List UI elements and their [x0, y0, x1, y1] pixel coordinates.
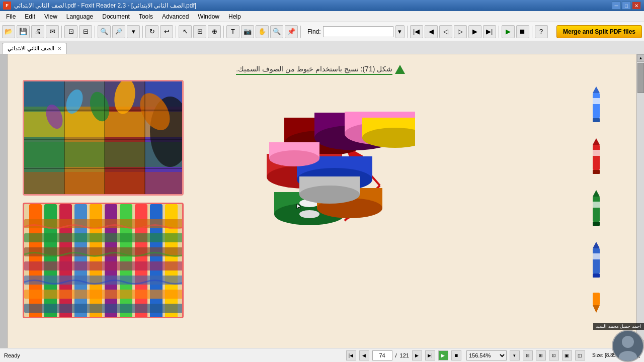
weaving-image-2 — [23, 203, 184, 318]
merge-split-btn[interactable]: Merge and Split PDF files — [556, 25, 642, 38]
view-mode-3[interactable]: ⊡ — [549, 350, 559, 360]
find-input[interactable] — [323, 26, 393, 37]
stop-status-btn[interactable]: ⏹ — [451, 350, 461, 360]
prev-btn2[interactable]: ◁ — [439, 25, 452, 38]
svg-rect-83 — [593, 202, 600, 208]
select-btn[interactable]: ↖ — [179, 25, 192, 38]
fullscreen-btn[interactable]: ⊞ — [193, 25, 206, 38]
prev-page-status-btn[interactable]: ◀ — [359, 350, 369, 360]
crayon-red — [589, 137, 604, 177]
menu-help[interactable]: Help — [224, 12, 245, 21]
fit-width-btn[interactable]: ⊟ — [79, 25, 92, 38]
prev-page-btn[interactable]: ◀ — [425, 25, 438, 38]
play-status-btn[interactable]: ▶ — [438, 350, 448, 360]
close-btn[interactable]: ✕ — [632, 2, 641, 10]
sep1 — [61, 26, 62, 38]
title-bar: F الصف الثاني الابتدائي.pdf - Foxit Read… — [0, 0, 644, 11]
menu-document[interactable]: Document — [98, 12, 134, 21]
crayon-blue-bottom — [589, 241, 604, 281]
svg-rect-77 — [593, 118, 600, 122]
view-mode-2[interactable]: ⊞ — [536, 350, 546, 360]
last-page-btn[interactable]: ▶| — [483, 25, 496, 38]
annot-btn[interactable]: 📌 — [285, 25, 298, 38]
camera-btn[interactable]: 📷 — [241, 25, 254, 38]
menu-file[interactable]: File — [2, 12, 20, 21]
scrollbar[interactable]: ▲ ▼ — [636, 54, 644, 348]
title-bar-left: F الصف الثاني الابتدائي.pdf - Foxit Read… — [3, 2, 196, 10]
tab-document[interactable]: الصف الثاني الابتدائي ✕ — [2, 43, 67, 54]
app-icon: F — [3, 2, 11, 10]
sep8 — [499, 26, 499, 38]
view-mode-4[interactable]: ▣ — [562, 350, 572, 360]
scroll-up-btn[interactable]: ▲ — [637, 54, 644, 62]
zoom-out-btn[interactable]: 🔎 — [112, 25, 125, 38]
hand-btn[interactable]: ✋ — [256, 25, 269, 38]
sep9 — [532, 26, 532, 38]
save-btn[interactable]: 💾 — [17, 25, 30, 38]
first-page-status-btn[interactable]: |◀ — [346, 350, 356, 360]
view-mode-1[interactable]: ⊟ — [523, 350, 533, 360]
rotate-btn[interactable]: ↻ — [145, 25, 158, 38]
marquee-btn[interactable]: ⊕ — [208, 25, 221, 38]
svg-rect-87 — [593, 253, 600, 259]
svg-marker-84 — [593, 190, 600, 197]
zoom-in-btn[interactable]: 🔍 — [98, 25, 111, 38]
rotate2-btn[interactable]: ↩ — [160, 25, 173, 38]
minimize-btn[interactable]: ─ — [612, 2, 621, 10]
stop-btn[interactable]: ⏹ — [516, 25, 529, 38]
zoom-dropdown-btn[interactable]: ▾ — [510, 350, 520, 360]
svg-point-70 — [299, 186, 360, 204]
page-header: شكل (71): نسيج باستخدام خيوط من الصوف ال… — [23, 64, 621, 75]
title-bar-controls[interactable]: ─ □ ✕ — [612, 2, 641, 10]
first-page-btn[interactable]: |◀ — [410, 25, 423, 38]
menu-advanced[interactable]: Advanced — [158, 12, 193, 21]
help-btn[interactable]: ? — [535, 25, 548, 38]
loupe-btn[interactable]: 🔍 — [270, 25, 283, 38]
menu-window[interactable]: Window — [194, 12, 223, 21]
svg-rect-78 — [593, 145, 600, 170]
menu-tools[interactable]: Tools — [135, 12, 157, 21]
print-btn[interactable]: 🖨 — [31, 25, 44, 38]
svg-rect-74 — [593, 93, 600, 118]
next-page-btn[interactable]: ▶ — [468, 25, 481, 38]
svg-rect-81 — [593, 170, 600, 174]
svg-rect-82 — [593, 197, 600, 222]
scroll-thumb[interactable] — [637, 63, 644, 93]
zoom-dropdown[interactable]: ▾ — [127, 25, 140, 38]
next-btn2[interactable]: ▷ — [454, 25, 467, 38]
svg-marker-76 — [593, 86, 600, 93]
svg-rect-35 — [24, 261, 184, 270]
tab-close-btn[interactable]: ✕ — [57, 46, 61, 51]
play-btn[interactable]: ▶ — [502, 25, 515, 38]
pdf-page: شكل (71): نسيج باستخدام خيوط من الصوف ال… — [8, 54, 636, 348]
text-btn[interactable]: T — [226, 25, 239, 38]
page-total: 121 — [400, 352, 409, 358]
email-btn[interactable]: ✉ — [46, 25, 59, 38]
last-page-status-btn[interactable]: ▶| — [425, 350, 435, 360]
page-number-input[interactable] — [372, 350, 392, 360]
zoom-select[interactable]: 156.54% 100% 75% 50% — [466, 350, 507, 360]
sep5 — [223, 26, 224, 38]
menu-view[interactable]: View — [40, 12, 61, 21]
svg-point-64 — [299, 210, 319, 218]
find-area: Find: ▾ — [307, 25, 405, 38]
view-mode-5[interactable]: ◫ — [575, 350, 585, 360]
scroll-track[interactable] — [637, 62, 644, 340]
menu-edit[interactable]: Edit — [21, 12, 39, 21]
next-page-status-btn[interactable]: ▶ — [412, 350, 422, 360]
open-btn[interactable]: 📂 — [2, 25, 15, 38]
weaving-image-1 — [23, 80, 184, 196]
sep4 — [176, 26, 176, 38]
left-images — [23, 80, 184, 318]
find-dropdown[interactable]: ▾ — [395, 25, 405, 38]
user-avatar — [612, 330, 644, 362]
svg-point-73 — [269, 150, 319, 166]
status-navigation: |◀ ◀ / 121 ▶ ▶| ▶ ⏹ — [346, 350, 461, 360]
menu-language[interactable]: Language — [62, 12, 97, 21]
fit-page-btn[interactable]: ⊡ — [64, 25, 77, 38]
svg-rect-37 — [24, 290, 184, 299]
crayon-green — [589, 189, 604, 229]
maximize-btn[interactable]: □ — [622, 2, 631, 10]
right-content — [194, 80, 621, 318]
weave2-content — [24, 204, 182, 317]
